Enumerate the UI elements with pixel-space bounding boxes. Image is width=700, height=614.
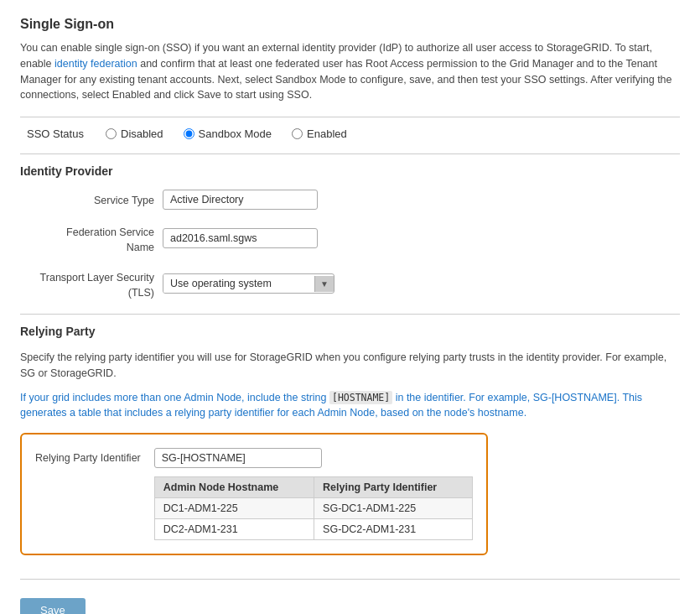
relying-party-section: Relying Party Specify the relying party … <box>20 325 680 572</box>
service-type-control <box>163 190 680 210</box>
identity-federation-link[interactable]: identity federation <box>54 58 137 70</box>
sso-sandbox-label: Sandbox Mode <box>199 127 272 140</box>
save-button[interactable]: Save <box>20 598 86 614</box>
sso-sandbox-radio[interactable] <box>184 128 194 139</box>
sso-status-row: SSO Status Disabled Sandbox Mode Enabled <box>20 127 680 140</box>
service-type-input[interactable] <box>163 190 318 210</box>
identity-provider-form: Service Type Federation Service Name Tra… <box>20 190 680 300</box>
page-title: Single Sign-on <box>20 17 680 32</box>
top-divider <box>20 117 680 117</box>
identity-provider-title: Identity Provider <box>20 164 680 178</box>
rp-table-body: DC1-ADM1-225SG-DC1-ADM1-225DC2-ADM1-231S… <box>154 498 472 540</box>
sso-enabled-option[interactable]: Enabled <box>292 127 347 140</box>
sso-status-label: SSO Status <box>27 127 86 140</box>
sso-sandbox-option[interactable]: Sandbox Mode <box>184 127 272 140</box>
rp-table-identifier-0: SG-DC1-ADM1-225 <box>314 498 473 519</box>
sso-disabled-radio[interactable] <box>106 128 117 139</box>
relying-party-title: Relying Party <box>20 325 680 338</box>
rp-table-col2-header: Relying Party Identifier <box>314 477 473 498</box>
tls-label: Transport Layer Security (TLS) <box>37 267 154 300</box>
rp-table-identifier-1: SG-DC2-ADM1-231 <box>314 519 473 540</box>
rp-table: Admin Node Hostname Relying Party Identi… <box>154 476 473 540</box>
identity-provider-divider <box>20 154 680 154</box>
federation-service-name-label: Federation Service Name <box>37 221 154 255</box>
sso-disabled-label: Disabled <box>121 127 163 140</box>
federation-service-name-input[interactable] <box>163 228 318 248</box>
rp-desc2-code: [HOSTNAME] <box>329 391 392 404</box>
rp-table-col1-header: Admin Node Hostname <box>154 477 314 498</box>
service-type-label: Service Type <box>37 190 154 210</box>
relying-party-desc1: Specify the relying party identifier you… <box>20 350 680 382</box>
tls-select[interactable]: Use operating system Upload CA certifica… <box>163 274 314 293</box>
rp-table-hostname-1: DC2-ADM1-231 <box>154 519 314 540</box>
rp-identifier-label: Relying Party Identifier <box>35 448 141 464</box>
rp-content: Admin Node Hostname Relying Party Identi… <box>154 448 473 540</box>
sso-enabled-radio[interactable] <box>292 128 303 139</box>
tls-control: Use operating system Upload CA certifica… <box>163 267 680 300</box>
intro-paragraph: You can enable single sign-on (SSO) if y… <box>20 40 680 103</box>
federation-service-name-control <box>163 221 680 255</box>
relying-party-desc2: If your grid includes more than one Admi… <box>20 390 680 422</box>
sso-enabled-label: Enabled <box>307 127 347 140</box>
relying-party-box: Relying Party Identifier Admin Node Host… <box>20 433 488 555</box>
tls-select-wrapper: Use operating system Upload CA certifica… <box>163 273 334 294</box>
sso-disabled-option[interactable]: Disabled <box>106 127 163 140</box>
rp-desc2-prefix: If your grid includes more than one Admi… <box>20 392 329 403</box>
rp-table-hostname-0: DC1-ADM1-225 <box>154 498 314 519</box>
tls-select-arrow: ▼ <box>314 276 334 292</box>
bottom-divider <box>20 579 680 580</box>
rp-identifier-input[interactable] <box>154 448 322 468</box>
relying-party-divider <box>20 314 680 315</box>
